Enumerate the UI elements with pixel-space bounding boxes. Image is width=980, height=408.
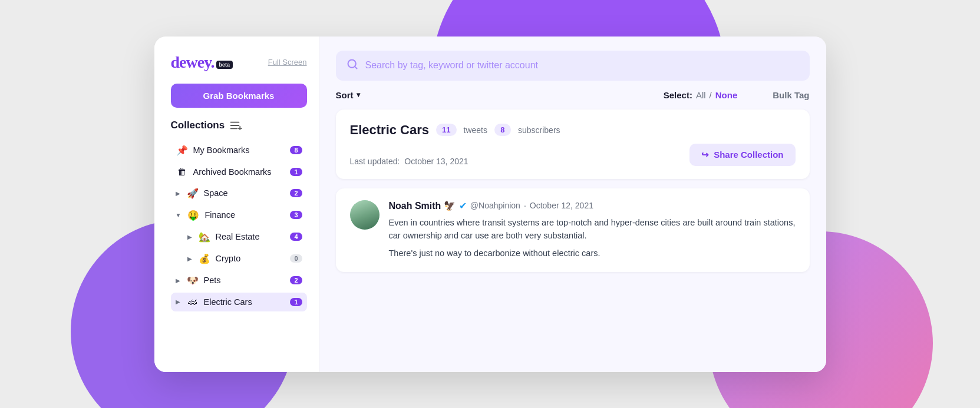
avatar [350, 200, 380, 230]
sidebar: dewey. beta Full Screen Grab Bookmarks C… [154, 37, 319, 372]
app-window: dewey. beta Full Screen Grab Bookmarks C… [154, 37, 826, 372]
collections-header: Collections [171, 120, 307, 131]
sidebar-item-archived-bookmarks[interactable]: 🗑 Archived Bookmarks 1 [171, 162, 307, 181]
last-updated-label: Last updated: [350, 157, 400, 166]
nav-list: 📌 My Bookmarks 8 🗑 Archived Bookmarks 1 … [171, 141, 307, 311]
outer-container: dewey. beta Full Screen Grab Bookmarks C… [0, 0, 980, 408]
search-input[interactable] [365, 60, 799, 71]
sidebar-item-electric-cars[interactable]: ▶ 🏎 Electric Cars 1 [171, 293, 307, 311]
share-label: Share Collection [714, 150, 783, 160]
select-label: Select: [664, 90, 692, 100]
collection-card-header: Electric Cars 11 tweets 8 subscribers [350, 122, 796, 138]
electric-cars-badge: 1 [290, 298, 302, 306]
sort-chevron-icon: ▾ [357, 91, 360, 99]
full-screen-link[interactable]: Full Screen [268, 58, 307, 67]
tweet-text-1: Even in countries where transit systems … [389, 216, 796, 243]
archived-badge: 1 [290, 168, 302, 176]
select-none-link[interactable]: None [715, 90, 738, 100]
tweet-handle[interactable]: @Noahpinion [470, 201, 520, 210]
finance-emoji: 🤑 [187, 210, 200, 221]
finance-label: Finance [204, 210, 285, 220]
space-badge: 2 [290, 189, 302, 197]
crypto-chevron-icon: ▶ [187, 256, 192, 262]
sidebar-item-space[interactable]: ▶ 🚀 Space 2 [171, 184, 307, 203]
my-bookmarks-label: My Bookmarks [193, 145, 286, 155]
logo-text: dewey. [171, 53, 215, 72]
real-estate-chevron-icon: ▶ [187, 234, 192, 240]
sidebar-item-crypto[interactable]: ▶ 💰 Crypto 0 [171, 249, 307, 268]
my-bookmarks-emoji: 📌 [176, 145, 189, 156]
verified-icon: ✔ [459, 200, 467, 211]
tweet-count-badge: 11 [436, 124, 456, 136]
select-divider: / [710, 90, 712, 100]
share-icon: ↪ [701, 150, 709, 160]
tweet-author: Noah Smith 🦅 [389, 200, 456, 211]
search-icon [347, 58, 358, 73]
select-controls: Select: All / None [664, 90, 738, 100]
tweet-card: Noah Smith 🦅 ✔ @Noahpinion · October 12,… [336, 188, 810, 272]
bulk-tag-button[interactable]: Bulk Tag [773, 90, 809, 100]
space-label: Space [204, 188, 286, 198]
select-all-link[interactable]: All [696, 90, 706, 100]
finance-chevron-icon: ▼ [176, 212, 182, 218]
pets-label: Pets [204, 276, 286, 285]
electric-cars-chevron-icon: ▶ [176, 298, 180, 305]
electric-cars-label: Electric Cars [204, 297, 286, 307]
collections-title: Collections [171, 120, 225, 131]
toolbar: Sort ▾ Select: All / None Bulk Tag [336, 90, 810, 100]
grab-bookmarks-button[interactable]: Grab Bookmarks [171, 84, 307, 108]
tweet-date: October 12, 2021 [530, 201, 593, 210]
sidebar-header: dewey. beta Full Screen [171, 53, 307, 72]
card-bottom-row: Last updated: October 13, 2021 ↪ Share C… [350, 138, 796, 166]
tweet-header: Noah Smith 🦅 ✔ @Noahpinion · October 12,… [389, 200, 796, 211]
electric-cars-emoji: 🏎 [186, 297, 199, 307]
pets-emoji: 🐶 [186, 275, 199, 286]
logo: dewey. beta [171, 53, 233, 72]
pets-badge: 2 [290, 276, 302, 284]
subscriber-label: subscribers [518, 125, 560, 135]
real-estate-badge: 4 [290, 233, 302, 241]
tweet-body: Noah Smith 🦅 ✔ @Noahpinion · October 12,… [389, 200, 796, 260]
sidebar-item-real-estate[interactable]: ▶ 🏡 Real Estate 4 [171, 227, 307, 247]
search-bar [336, 51, 810, 81]
space-chevron-icon: ▶ [176, 190, 180, 197]
add-collection-icon[interactable] [230, 121, 242, 130]
tweet-separator: · [524, 201, 526, 210]
sidebar-item-pets[interactable]: ▶ 🐶 Pets 2 [171, 271, 307, 290]
last-updated-value: October 13, 2021 [404, 157, 468, 166]
collection-meta: Last updated: October 13, 2021 [350, 157, 468, 166]
collection-name: Electric Cars [350, 122, 430, 138]
finance-badge: 3 [290, 211, 302, 219]
archived-label: Archived Bookmarks [193, 167, 286, 177]
real-estate-emoji: 🏡 [198, 231, 211, 243]
crypto-emoji: 💰 [198, 253, 211, 264]
crypto-badge: 0 [290, 254, 302, 263]
collection-card: Electric Cars 11 tweets 8 subscribers La… [336, 110, 810, 179]
real-estate-label: Real Estate [216, 232, 286, 241]
my-bookmarks-badge: 8 [290, 146, 302, 154]
svg-line-6 [354, 66, 357, 68]
logo-beta: beta [216, 61, 233, 69]
space-emoji: 🚀 [186, 188, 199, 199]
sort-label: Sort [336, 90, 354, 100]
sort-button[interactable]: Sort ▾ [336, 90, 360, 100]
crypto-label: Crypto [216, 254, 286, 263]
pets-chevron-icon: ▶ [176, 277, 180, 284]
tweet-label: tweets [464, 125, 487, 135]
sidebar-item-my-bookmarks[interactable]: 📌 My Bookmarks 8 [171, 141, 307, 160]
tweet-text-2: There's just no way to decarbonize witho… [389, 247, 796, 260]
subscriber-count-badge: 8 [494, 124, 511, 136]
archived-emoji: 🗑 [176, 167, 189, 177]
main-content: Sort ▾ Select: All / None Bulk Tag Elect… [319, 37, 826, 372]
share-collection-button[interactable]: ↪ Share Collection [689, 144, 795, 166]
sidebar-item-finance[interactable]: ▼ 🤑 Finance 3 [171, 205, 307, 225]
